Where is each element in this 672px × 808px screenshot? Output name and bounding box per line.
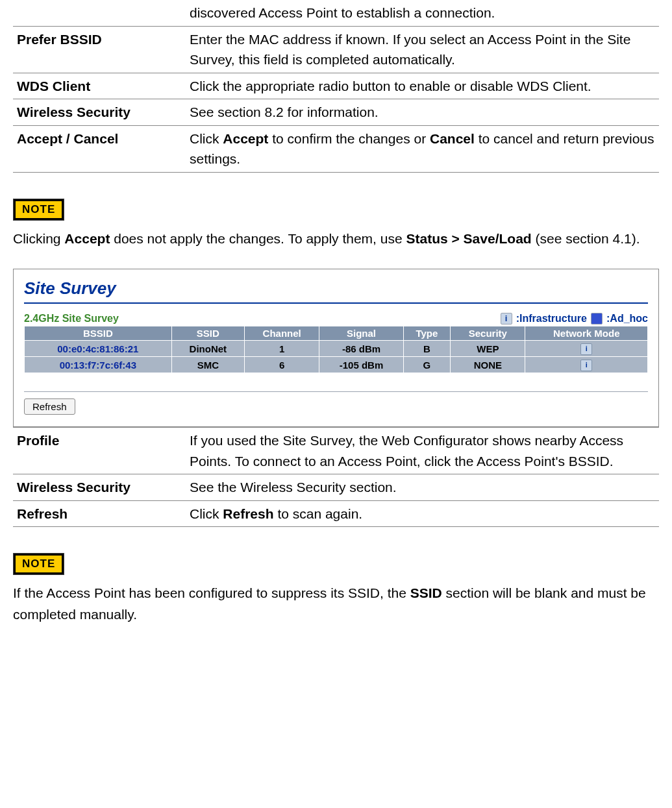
cell-network-mode: i — [525, 357, 648, 373]
desc-wireless-security: See section 8.2 for information. — [186, 99, 659, 126]
cell-channel: 6 — [245, 357, 319, 373]
bold-refresh: Refresh — [223, 506, 273, 521]
desc-continuation: discovered Access Point to establish a c… — [186, 0, 659, 26]
term-blank — [13, 0, 186, 26]
site-survey-title: Site Survey — [24, 278, 648, 304]
th-security: Security — [451, 326, 525, 341]
table-header-row: BSSID SSID Channel Signal Type Security … — [25, 326, 648, 341]
cell-signal: -86 dBm — [319, 341, 403, 357]
term-refresh: Refresh — [13, 500, 186, 527]
note-label: NOTE — [16, 201, 62, 218]
cell-signal: -105 dBm — [319, 357, 403, 373]
bssid-link[interactable]: 00:13:f7:7c:6f:43 — [25, 357, 172, 373]
bold-status-saveload: Status > Save/Load — [406, 231, 531, 246]
text: (see section 4.1). — [532, 231, 640, 246]
infrastructure-icon: i — [580, 360, 592, 371]
infrastructure-icon: i — [580, 343, 592, 355]
text: Clicking — [13, 231, 64, 246]
bssid-link[interactable]: 00:e0:4c:81:86:21 — [25, 341, 172, 357]
site-survey-panel: Site Survey 2.4GHz Site Survey i :Infras… — [13, 269, 659, 427]
term-profile: Profile — [13, 428, 186, 474]
term-wireless-security-2: Wireless Security — [13, 474, 186, 501]
bold-accept: Accept — [223, 131, 268, 146]
th-bssid: BSSID — [25, 326, 172, 341]
term-wds-client: WDS Client — [13, 73, 186, 99]
cell-type: B — [403, 341, 451, 357]
bold-cancel: Cancel — [430, 131, 475, 146]
table-row: Refresh Click Refresh to scan again. — [13, 500, 659, 527]
term-accept-cancel: Accept / Cancel — [13, 125, 186, 172]
bold-ssid: SSID — [410, 585, 442, 600]
cell-security: WEP — [451, 341, 525, 357]
note-text-2: If the Access Point has been configured … — [13, 583, 659, 625]
text: does not apply the changes. To apply the… — [110, 231, 406, 246]
text: to scan again. — [274, 506, 363, 521]
desc-refresh: Click Refresh to scan again. — [186, 500, 659, 527]
legend-adhoc-label: :Ad_hoc — [606, 313, 648, 324]
cell-type: G — [403, 357, 451, 373]
text: Click — [190, 506, 223, 521]
legend: i :Infrastructure :Ad_hoc — [501, 313, 648, 324]
cell-ssid: SMC — [171, 357, 244, 373]
note-label: NOTE — [16, 556, 62, 572]
desc-wds-client: Click the appropriate radio button to en… — [186, 73, 659, 99]
refresh-area: Refresh — [24, 391, 648, 415]
table-row: Prefer BSSID Enter the MAC address if kn… — [13, 26, 659, 73]
table-row: Wireless Security See section 8.2 for in… — [13, 99, 659, 126]
term-prefer-bssid: Prefer BSSID — [13, 26, 186, 73]
adhoc-icon — [591, 313, 603, 324]
desc-wireless-security-2: See the Wireless Security section. — [186, 474, 659, 501]
desc-profile: If you used the Site Survey, the Web Con… — [186, 428, 659, 474]
table-row: 00:e0:4c:81:86:21 DinoNet 1 -86 dBm B WE… — [25, 341, 648, 357]
term-wireless-security: Wireless Security — [13, 99, 186, 126]
refresh-button[interactable]: Refresh — [24, 398, 75, 415]
th-channel: Channel — [245, 326, 319, 341]
cell-network-mode: i — [525, 341, 648, 357]
note-badge: NOTE — [13, 553, 64, 575]
table-row: Wireless Security See the Wireless Secur… — [13, 474, 659, 501]
table-row: Accept / Cancel Click Accept to confirm … — [13, 125, 659, 172]
table-row: 00:13:f7:7c:6f:43 SMC 6 -105 dBm G NONE … — [25, 357, 648, 373]
text: to confirm the changes or — [268, 131, 430, 146]
legend-infra-label: :Infrastructure — [516, 313, 587, 324]
th-signal: Signal — [319, 326, 403, 341]
text: If the Access Point has been configured … — [13, 585, 410, 600]
bold-accept: Accept — [64, 231, 110, 246]
settings-table-2: Profile If you used the Site Survey, the… — [13, 427, 659, 527]
desc-prefer-bssid: Enter the MAC address if known. If you s… — [186, 26, 659, 73]
table-row: WDS Client Click the appropriate radio b… — [13, 73, 659, 99]
th-type: Type — [403, 326, 451, 341]
band-label: 2.4GHz Site Survey — [24, 313, 119, 324]
desc-accept-cancel: Click Accept to confirm the changes or C… — [186, 125, 659, 172]
text: Click — [190, 131, 223, 146]
table-row: discovered Access Point to establish a c… — [13, 0, 659, 26]
note-badge: NOTE — [13, 199, 64, 221]
settings-table-1: discovered Access Point to establish a c… — [13, 0, 659, 173]
cell-ssid: DinoNet — [171, 341, 244, 357]
th-ssid: SSID — [171, 326, 244, 341]
cell-security: NONE — [451, 357, 525, 373]
th-network-mode: Network Mode — [525, 326, 648, 341]
note-text-1: Clicking Accept does not apply the chang… — [13, 228, 659, 250]
site-survey-table: BSSID SSID Channel Signal Type Security … — [24, 326, 648, 373]
cell-channel: 1 — [245, 341, 319, 357]
table-row: Profile If you used the Site Survey, the… — [13, 428, 659, 474]
infrastructure-icon: i — [501, 313, 512, 324]
